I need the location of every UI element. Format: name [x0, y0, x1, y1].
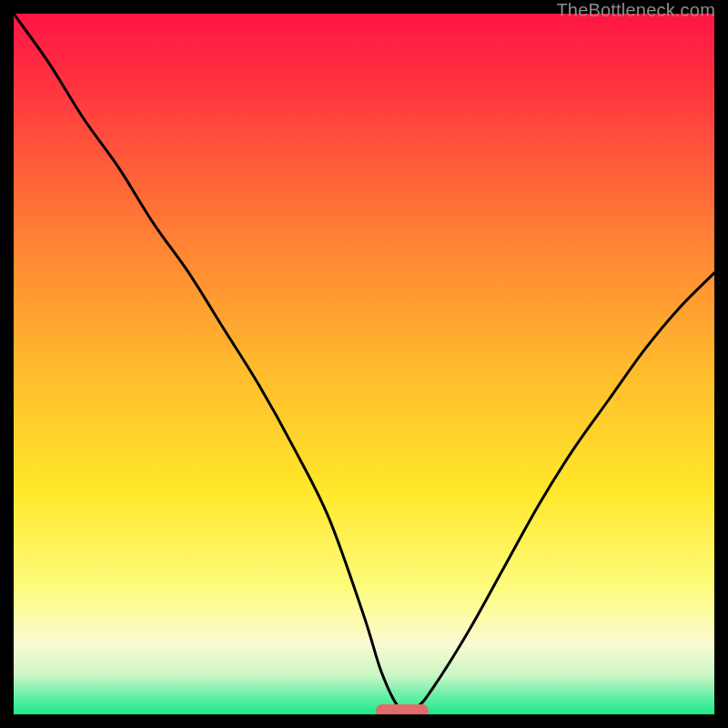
watermark-text: TheBottleneck.com [556, 0, 715, 21]
plot-area [14, 14, 714, 714]
curve-layer [14, 14, 714, 714]
optimal-marker [376, 704, 429, 714]
bottleneck-curve [14, 14, 714, 711]
plot-frame: TheBottleneck.com [0, 0, 728, 728]
